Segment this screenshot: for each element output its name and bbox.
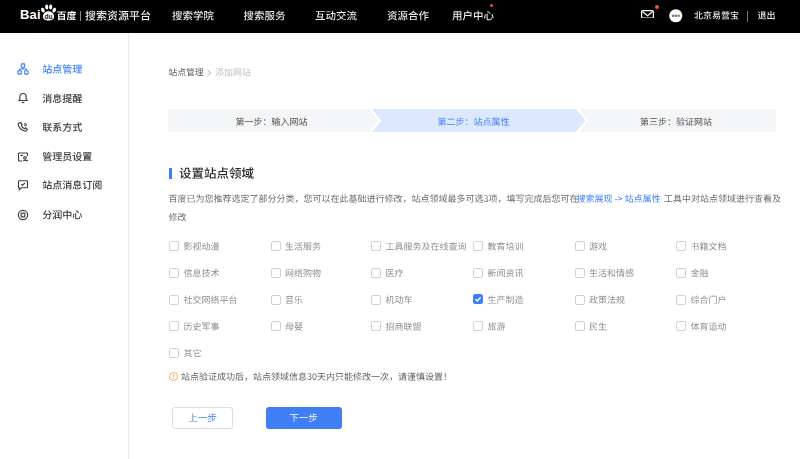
svg-text:du: du xyxy=(44,12,52,19)
